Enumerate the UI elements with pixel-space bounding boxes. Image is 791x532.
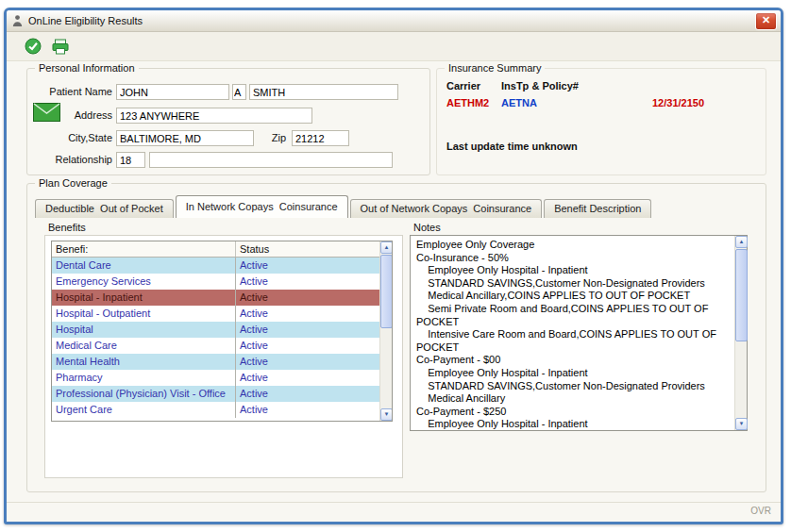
benefit-status: Active: [236, 370, 379, 386]
column-header[interactable]: Benefi:: [52, 241, 236, 257]
scroll-down-icon[interactable]: ▼: [380, 408, 393, 421]
benefit-status: Active: [236, 306, 379, 322]
toolbar: [7, 32, 781, 61]
benefits-table-header: Benefi:Status: [52, 241, 379, 258]
tab-3[interactable]: Benefit Description: [544, 199, 651, 218]
benefit-name: Hospital - Inpatient: [52, 290, 236, 306]
expiration-date: 12/31/2150: [652, 97, 704, 108]
benefit-status: Active: [236, 322, 379, 338]
benefits-table-body: Dental CareActiveEmergency ServicesActiv…: [52, 258, 379, 418]
patient-name-label: Patient Name: [27, 84, 112, 100]
zip-field[interactable]: [292, 130, 349, 146]
column-header[interactable]: Status: [236, 241, 379, 257]
benefit-name: Dental Care: [52, 258, 236, 274]
titlebar[interactable]: OnLine Eligibility Results ✕: [7, 10, 781, 32]
relationship-desc-field[interactable]: [149, 152, 393, 168]
benefit-row[interactable]: Dental CareActive: [52, 258, 379, 274]
window-title: OnLine Eligibility Results: [28, 15, 143, 26]
close-icon[interactable]: ✕: [755, 12, 777, 30]
ovr-indicator: OVR: [750, 506, 771, 516]
benefit-row[interactable]: Emergency ServicesActive: [52, 274, 379, 290]
benefit-name: Pharmacy: [52, 370, 236, 386]
window-person-icon: [11, 14, 24, 27]
benefit-status: Active: [236, 386, 379, 402]
city-state-label: City,State: [27, 130, 112, 146]
insurance-summary-title: Insurance Summary: [445, 61, 545, 75]
city-state-field[interactable]: [116, 130, 254, 146]
personal-information-title: Personal Information: [35, 61, 139, 75]
notes-label: Notes: [413, 222, 441, 233]
scroll-up-icon[interactable]: ▲: [380, 241, 393, 254]
relationship-label: Relationship: [27, 152, 112, 168]
scroll-up-icon[interactable]: ▲: [735, 236, 748, 248]
plan-coverage-title: Plan Coverage: [35, 176, 111, 190]
benefit-status: Active: [236, 402, 379, 418]
carrier-header: Carrier: [446, 80, 480, 91]
instp-value: AETNA: [501, 97, 537, 108]
benefit-name: Medical Care: [52, 338, 236, 354]
benefit-name: Mental Health: [52, 354, 236, 370]
plan-coverage-groupbox: Plan Coverage Deductible Out of PocketIn…: [26, 183, 766, 492]
benefit-row[interactable]: Urgent CareActive: [52, 402, 379, 418]
benefits-panel: Benefi:Status Dental CareActiveEmergency…: [44, 235, 403, 478]
notes-text: Employee Only Coverage Co-Insurance - 50…: [411, 236, 734, 430]
screen: OnLine Eligibility Results ✕ Personal In…: [0, 0, 791, 532]
address-field[interactable]: [116, 108, 312, 124]
notes-panel[interactable]: Employee Only Coverage Co-Insurance - 50…: [410, 235, 748, 431]
benefit-status: Active: [236, 338, 379, 354]
benefit-status: Active: [236, 258, 379, 274]
tab-2[interactable]: Out of Network Copays Coinsurance: [350, 199, 543, 218]
check-circle-icon: [25, 38, 42, 55]
notes-scrollbar-thumb[interactable]: [735, 249, 748, 341]
tab-0[interactable]: Deductible Out of Pocket: [35, 199, 174, 218]
benefits-table: Benefi:Status Dental CareActiveEmergency…: [51, 241, 393, 422]
personal-information-groupbox: Personal Information Patient Name Addres…: [26, 68, 430, 175]
benefit-row[interactable]: PharmacyActive: [52, 370, 379, 386]
first-name-field[interactable]: [116, 84, 229, 100]
tab-1[interactable]: In Network Copays Coinsurance: [176, 195, 348, 218]
notes-scrollbar[interactable]: ▲ ▼: [734, 236, 747, 430]
last-update-text: Last update time unknown: [446, 141, 578, 152]
last-name-field[interactable]: [249, 84, 398, 100]
relationship-code-field[interactable]: [116, 152, 145, 168]
benefit-name: Emergency Services: [52, 274, 236, 290]
statusbar: OVR: [7, 502, 781, 522]
benefit-name: Urgent Care: [52, 402, 236, 418]
online-eligibility-results-window: OnLine Eligibility Results ✕ Personal In…: [4, 8, 783, 524]
scroll-down-icon[interactable]: ▼: [735, 418, 748, 430]
benefit-name: Hospital - Outpatient: [52, 306, 236, 322]
printer-icon: [52, 39, 69, 55]
content-area: Personal Information Patient Name Addres…: [7, 61, 781, 502]
benefit-name: Professional (Physician) Visit - Office: [52, 386, 236, 402]
benefit-row[interactable]: Hospital - InpatientActive: [52, 290, 379, 306]
ok-check-button[interactable]: [23, 36, 43, 57]
benefit-row[interactable]: HospitalActive: [52, 322, 379, 338]
instp-policy-header: InsTp & Policy#: [501, 80, 579, 91]
benefits-scrollbar[interactable]: ▲ ▼: [379, 241, 392, 421]
benefit-status: Active: [236, 354, 379, 370]
benefit-name: Hospital: [52, 322, 236, 338]
benefits-label: Benefits: [48, 222, 86, 233]
benefit-status: Active: [236, 290, 379, 306]
zip-label: Zip: [237, 130, 286, 146]
middle-initial-field[interactable]: [232, 84, 246, 100]
benefit-row[interactable]: Professional (Physician) Visit - OfficeA…: [52, 386, 379, 402]
plan-coverage-tabs: Deductible Out of PocketIn Network Copay…: [35, 195, 653, 218]
benefit-row[interactable]: Mental HealthActive: [52, 354, 379, 370]
benefit-status: Active: [236, 274, 379, 290]
benefit-row[interactable]: Hospital - OutpatientActive: [52, 306, 379, 322]
benefit-row[interactable]: Medical CareActive: [52, 338, 379, 354]
insurance-summary-groupbox: Insurance Summary Carrier InsTp & Policy…: [436, 68, 766, 175]
print-button[interactable]: [50, 36, 71, 57]
carrier-value: AETHM2: [446, 97, 489, 108]
benefits-scrollbar-thumb[interactable]: [380, 255, 393, 328]
address-label: Address: [27, 108, 112, 124]
